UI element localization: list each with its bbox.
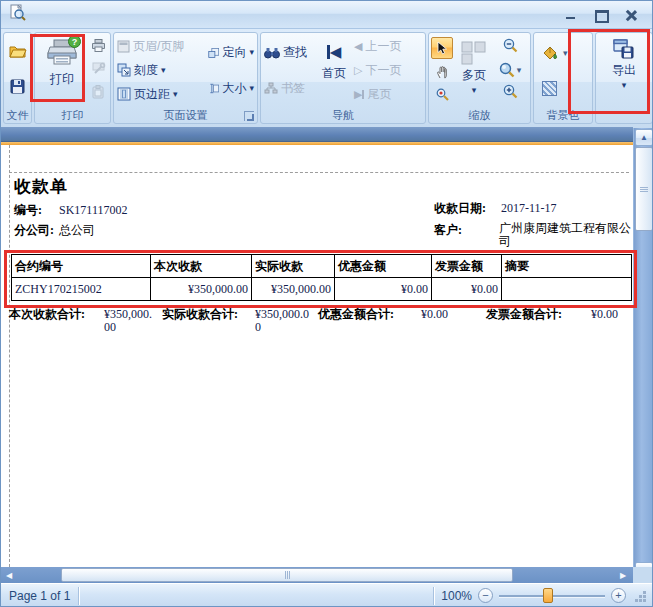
- plus-icon: +: [615, 590, 621, 601]
- ribbon-group-background: ▾ 背景色: [533, 32, 593, 124]
- zoom-out-slider-button[interactable]: −: [478, 588, 493, 603]
- print-preview-icon: [9, 4, 26, 25]
- total-value: ¥350,000.00: [104, 308, 152, 334]
- maximize-button[interactable]: [594, 9, 608, 21]
- resize-grip[interactable]: [634, 589, 648, 603]
- field-value-date: 2017-11-17: [501, 201, 557, 216]
- orientation-button[interactable]: 定向 ▾: [206, 44, 256, 61]
- zoom-in-button[interactable]: [503, 84, 518, 103]
- header-footer-icon: [117, 40, 130, 53]
- totals-line: 本次收款合计: ¥350,000.00 实际收款合计: ¥350,000.00 …: [1, 308, 633, 338]
- first-page-button[interactable]: ◀ 首页: [316, 35, 352, 106]
- page-indicator: Page 1 of 1: [1, 589, 78, 603]
- field-value-customer: 广州康周建筑工程有限公司: [499, 222, 635, 248]
- save-button[interactable]: [10, 79, 25, 98]
- next-page-button[interactable]: ▷ 下一页: [352, 62, 424, 79]
- col-header: 合约编号: [12, 255, 151, 278]
- watermark-button[interactable]: [542, 81, 557, 96]
- scrollbar-corner: [633, 567, 653, 583]
- zoom-slider-thumb[interactable]: [543, 588, 553, 603]
- document-header-strip: [1, 127, 633, 142]
- zoom-out-button[interactable]: [503, 38, 518, 57]
- pointer-tool-button[interactable]: [431, 37, 453, 59]
- zoom-level-button[interactable]: ▾: [499, 62, 522, 78]
- export-button[interactable]: 导出 ▾: [612, 35, 636, 106]
- horizontal-scroll-thumb[interactable]: [61, 568, 513, 582]
- bookmark-button[interactable]: 书签: [262, 80, 316, 97]
- total-value: ¥0.00: [421, 308, 448, 321]
- chevron-down-icon: ▾: [161, 66, 166, 75]
- help-badge-icon: ?: [68, 35, 81, 48]
- margins-icon: [117, 87, 131, 101]
- total-label: 发票金额合计:: [486, 308, 562, 321]
- ribbon-group-page-setup: 页眉/页脚 刻度 ▾: [113, 32, 258, 124]
- print-button-label: 打印: [50, 71, 74, 88]
- left-margin-guide: [9, 145, 10, 567]
- vertical-scroll-thumb[interactable]: [635, 147, 653, 231]
- total-value: ¥0.00: [591, 308, 618, 321]
- dialog-launcher-icon[interactable]: [244, 111, 254, 121]
- find-button[interactable]: 查找: [262, 44, 316, 61]
- chevron-down-icon: ▾: [249, 84, 254, 93]
- right-arrow-icon: ▶: [620, 571, 626, 580]
- last-page-button[interactable]: ▶ 尾页: [352, 86, 424, 103]
- prev-page-icon: ◀: [354, 41, 362, 52]
- zoom-slider-track[interactable]: [499, 588, 605, 603]
- receipt-table: 合约编号 本次收款 实际收款 优惠金额 发票金额 摘要 ZCHY17021500…: [11, 254, 632, 301]
- up-arrow-icon: ▲: [640, 133, 648, 142]
- size-button[interactable]: 大小 ▾: [206, 80, 256, 97]
- cell-summary: [502, 278, 632, 301]
- quick-print-button[interactable]: [91, 38, 106, 56]
- prev-page-button[interactable]: ◀ 上一页: [352, 38, 424, 55]
- open-file-button[interactable]: [9, 44, 27, 62]
- zoom-region-tool-button[interactable]: [432, 85, 452, 105]
- chevron-down-icon: ▾: [622, 81, 627, 90]
- first-page-icon: ◀: [327, 44, 342, 59]
- zoom-region-icon: [436, 88, 449, 101]
- magnifier-icon: [499, 62, 515, 78]
- minimize-button[interactable]: [564, 9, 578, 21]
- chevron-down-icon: ▾: [563, 49, 568, 58]
- cell-actual-receipt: ¥350,000.00: [252, 278, 335, 301]
- table-header-row: 合约编号 本次收款 实际收款 优惠金额 发票金额 摘要: [12, 255, 632, 278]
- group-label-page-setup: 页面设置: [114, 108, 257, 123]
- group-label-export: [596, 108, 652, 123]
- ribbon-group-export: 导出 ▾: [595, 32, 653, 124]
- print-preview-window: 文件: [0, 0, 653, 607]
- group-label-navigation: 导航: [261, 108, 425, 123]
- vertical-scrollbar[interactable]: ▲ ▼: [633, 128, 653, 580]
- scroll-up-button[interactable]: ▲: [635, 129, 653, 146]
- zoom-in-slider-button[interactable]: +: [611, 588, 626, 603]
- field-label-customer: 客户:: [434, 223, 462, 237]
- horizontal-scrollbar[interactable]: ◀ ▶: [1, 567, 633, 583]
- col-header: 优惠金额: [335, 255, 432, 278]
- window-controls: [564, 9, 644, 21]
- header-footer-button[interactable]: 页眉/页脚: [115, 38, 206, 55]
- total-value: ¥350,000.00: [255, 308, 309, 334]
- scale-button[interactable]: 刻度 ▾: [115, 62, 206, 79]
- left-arrow-icon: ◀: [6, 571, 12, 580]
- export-button-label: 导出: [612, 62, 636, 79]
- scroll-left-button[interactable]: ◀: [1, 567, 17, 583]
- copy-page-button[interactable]: [92, 85, 104, 103]
- chevron-down-icon: ▾: [517, 66, 522, 75]
- cell-contract-no: ZCHY170215002: [12, 278, 151, 301]
- binoculars-icon: [264, 47, 280, 59]
- margins-button[interactable]: 页边距 ▾: [115, 86, 206, 103]
- field-value-branch: 总公司: [59, 222, 95, 239]
- last-page-icon: ▶: [354, 89, 364, 100]
- print-setup-button[interactable]: [91, 61, 106, 79]
- multi-page-button[interactable]: 多页 ▾: [454, 35, 494, 106]
- background-color-button[interactable]: ▾: [542, 45, 568, 61]
- hand-icon: [436, 65, 449, 79]
- total-label: 实际收款合计:: [162, 308, 238, 321]
- hand-tool-button[interactable]: [432, 62, 452, 82]
- quick-print-icon: [91, 39, 106, 52]
- close-button[interactable]: [624, 9, 638, 21]
- bookmark-tree-icon: [264, 82, 278, 95]
- field-value-number: SK171117002: [59, 203, 127, 218]
- cell-invoice: ¥0.00: [432, 278, 502, 301]
- print-button[interactable]: ? 打印: [36, 35, 88, 106]
- scroll-right-button[interactable]: ▶: [615, 567, 631, 583]
- zoom-percentage: 100%: [441, 589, 472, 603]
